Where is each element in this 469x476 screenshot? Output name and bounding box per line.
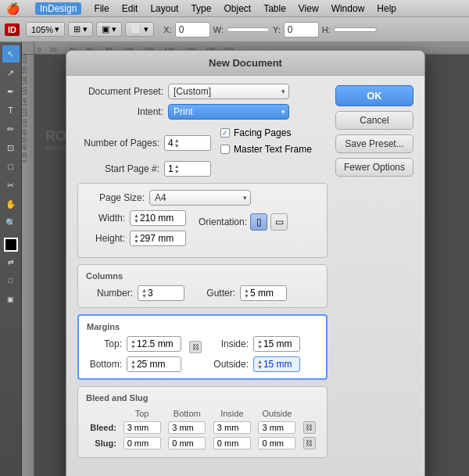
menu-view[interactable]: View [299,3,319,14]
start-spinner[interactable]: ▲▼ [174,163,180,174]
slug-top-input[interactable]: 0 mm [124,437,161,449]
slug-chain-icon[interactable]: ⛓ [303,437,316,449]
columns-spinner[interactable]: ▲▼ [141,288,147,299]
facing-pages-checkbox[interactable]: ✓ [220,128,230,138]
preset-select[interactable]: [Custom] ▾ [168,84,289,99]
outside-margin-spinner[interactable]: ▲▼ [257,359,263,370]
cancel-button[interactable]: Cancel [335,111,414,130]
start-page-row: Start Page #: 1 ▲▼ [77,161,328,177]
slug-inside-input[interactable]: 0 mm [213,437,251,449]
type-tool[interactable]: T [2,102,20,119]
columns-number-input[interactable]: ▲▼ 3 [138,285,184,301]
bottom-margin-input[interactable]: ▲▼ 25 mm [127,356,181,372]
w-field[interactable] [227,27,270,32]
scissors-tool[interactable]: ✂ [2,177,20,194]
bleed-bottom-input[interactable]: 3 mm [168,421,206,434]
menu-help[interactable]: Help [377,3,396,14]
orientation-col: Orientation: ▯ ▭ [199,210,288,231]
start-page-input[interactable]: 1 ▲▼ [164,161,211,177]
chain-link-icon[interactable]: ⛓ [189,341,202,353]
menu-indesign[interactable]: InDesign [35,2,81,15]
intent-select[interactable]: Print ▾ [168,104,289,120]
h-label: H: [322,25,331,34]
bottom-margin-label: Bottom: [87,359,122,370]
apple-menu[interactable]: 🍎 [6,2,20,15]
columns-label: Columns [86,271,319,281]
view-btn[interactable]: ▣ ▾ [96,22,122,37]
top-margin-spinner[interactable]: ▲▼ [131,338,136,349]
dimensions-col: Width: ▲▼ 210 mm Height: [86,210,186,251]
facing-pages-row: ✓ Facing Pages [220,127,312,138]
direct-select-tool[interactable]: ↗ [2,64,20,81]
menu-table[interactable]: Table [263,3,286,14]
bleed-outside-input[interactable]: 3 mm [258,421,295,434]
x-field[interactable]: 0 [175,22,210,38]
orientation-label: Orientation: [199,217,247,227]
zoom-tool[interactable]: 🔍 [2,214,20,231]
id-icon: ID [5,23,20,36]
zoom-level[interactable]: 105% ▾ [26,22,65,37]
bottom-margin-spinner[interactable]: ▲▼ [131,359,136,370]
height-spinner[interactable]: ▲▼ [134,233,139,244]
new-document-dialog: New Document Document Preset: [Custom] ▾ [66,50,425,476]
menu-layout[interactable]: Layout [150,3,178,14]
slug-row-label: Slug: [86,435,120,451]
width-input[interactable]: ▲▼ 210 mm [130,210,186,226]
bleed-row-label: Bleed: [86,420,120,435]
intent-row: Intent: Print ▾ [77,104,328,120]
width-spinner[interactable]: ▲▼ [134,213,139,224]
hand-tool[interactable]: ✋ [2,195,20,213]
top-margin-row: Top: ▲▼ 12.5 mm [87,336,181,352]
rect-frame-tool[interactable]: ⊡ [2,139,20,156]
inside-margin-input[interactable]: ▲▼ 15 mm [253,336,300,352]
h-field[interactable] [334,27,377,32]
page-size-section: Page Size: A4 ▾ Width: [77,183,328,258]
y-field[interactable]: 0 [284,22,319,38]
slug-bottom-input[interactable]: 0 mm [168,437,206,449]
dialog-title: New Document [66,51,424,76]
page-size-select[interactable]: A4 ▾ [149,190,251,206]
top-margin-input[interactable]: ▲▼ 12.5 mm [127,336,181,352]
page-size-arrow-icon: ▾ [243,194,247,202]
slug-outside-input[interactable]: 0 mm [258,437,295,449]
preset-label: Document Preset: [77,86,163,97]
menu-window[interactable]: Window [331,3,365,14]
pages-row: Number of Pages: 4 ▲▼ [77,135,211,151]
preview-mode[interactable]: ▣ [2,291,20,308]
outside-margin-input[interactable]: ▲▼ 15 mm [253,356,300,372]
rect-tool[interactable]: □ [2,158,20,175]
fewer-options-button[interactable]: Fewer Options [335,158,414,177]
height-row: Height: ▲▼ 297 mm [86,231,186,246]
bleed-chain-icon[interactable]: ⛓ [303,421,316,434]
height-input[interactable]: ▲▼ 297 mm [130,231,186,246]
ok-button[interactable]: OK [335,85,414,106]
menu-file[interactable]: File [94,3,109,14]
gutter-spinner[interactable]: ▲▼ [244,288,249,299]
bleed-top-input[interactable]: 3 mm [124,421,161,434]
save-preset-button[interactable]: Save Preset... [335,134,414,153]
dialog-form: Document Preset: [Custom] ▾ Intent: Prin… [77,84,328,464]
inside-margin-spinner[interactable]: ▲▼ [257,338,263,349]
menu-type[interactable]: Type [191,3,211,14]
portrait-orientation[interactable]: ▯ [250,213,267,231]
pen-tool[interactable]: ✒ [2,83,20,100]
columns-number-label: Number: [86,288,133,299]
master-text-checkbox[interactable] [220,145,230,154]
bleed-inside-input[interactable]: 3 mm [213,421,251,434]
tools-panel: ↖ ↗ ✒ T ✏ ⊡ □ ✂ ✋ 🔍 ⇄ □ ▣ [0,42,22,476]
layout-btn[interactable]: ⊞ ▾ [68,22,93,37]
landscape-orientation[interactable]: ▭ [270,213,288,231]
frame-btn[interactable]: ⬜ ▾ [125,22,154,37]
swap-colors[interactable]: ⇄ [2,253,20,270]
page-size-label: Page Size: [86,192,145,203]
fill-color[interactable] [4,238,18,252]
gutter-input[interactable]: ▲▼ 5 mm [240,285,287,301]
select-tool[interactable]: ↖ [2,45,20,63]
menu-edit[interactable]: Edit [122,3,138,14]
width-row: Width: ▲▼ 210 mm [86,210,186,226]
menu-object[interactable]: Object [224,3,251,14]
pages-input[interactable]: 4 ▲▼ [164,135,211,151]
pencil-tool[interactable]: ✏ [2,120,20,138]
pages-spinner[interactable]: ▲▼ [174,138,180,149]
normal-mode[interactable]: □ [2,272,20,289]
